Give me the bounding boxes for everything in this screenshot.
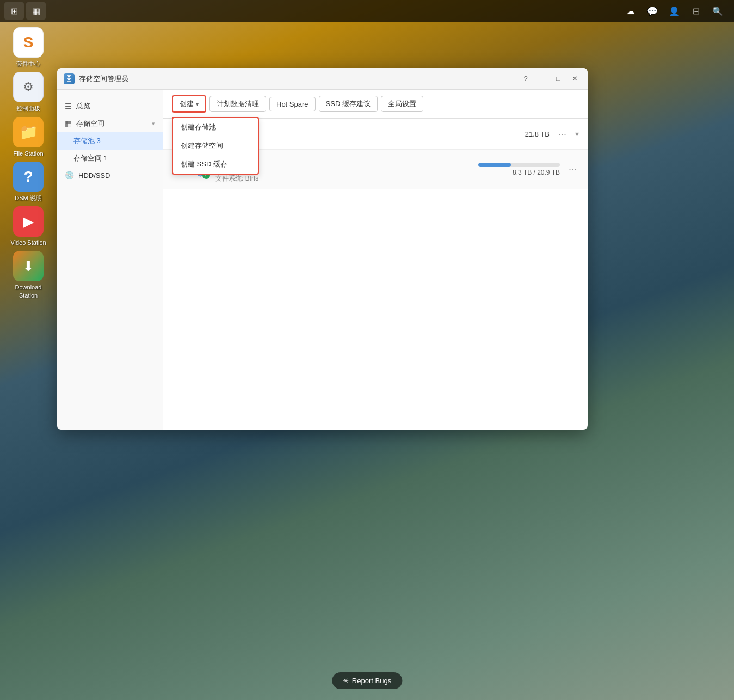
restore-button[interactable]: □ xyxy=(552,72,565,85)
create-button[interactable]: 创建 ▾ xyxy=(172,95,206,113)
taskbar-left: ⊞ ▦ xyxy=(0,2,46,20)
pool-expand-button[interactable]: ▾ xyxy=(575,129,579,138)
dropdown-item-create-pool[interactable]: 创建存储池 xyxy=(173,118,258,137)
window-body: ☰ 总览 ▦ 存储空间 ▾ 存储池 3 存储空间 1 💿 HDD/SSD xyxy=(57,90,588,430)
window-list-button[interactable]: ▦ xyxy=(26,2,46,20)
pool-size: 21.8 TB xyxy=(495,130,550,138)
hdd-ssd-label: HDD/SSD xyxy=(78,171,110,179)
taskbar-top: ⊞ ▦ ☁ 💬 👤 ⊟ 🔍 xyxy=(0,0,734,22)
file-station-icon: 📁 xyxy=(13,117,44,147)
video-station-label: Video Station xyxy=(10,239,46,246)
usage-bar xyxy=(478,163,560,167)
grid-icon: ⊞ xyxy=(11,6,18,16)
storage-icon: 🗄 xyxy=(66,75,72,83)
desktop-icon-dsm-help[interactable]: ? DSM 说明 xyxy=(7,162,50,202)
sidebar-item-overview[interactable]: ☰ 总览 xyxy=(57,97,163,115)
schedule-label: 计划数据清理 xyxy=(217,99,259,109)
global-settings-label: 全局设置 xyxy=(388,99,416,109)
schedule-button[interactable]: 计划数据清理 xyxy=(209,96,266,112)
cloud-icon: ☁ xyxy=(626,6,635,16)
windows-list-icon: ⊟ xyxy=(693,6,700,16)
desktop-icons: S 套件中心 ⚙ 控制面板 📁 File Station ? DSM 说明 ▶ … xyxy=(7,27,50,299)
apps-button[interactable]: ⊞ xyxy=(4,2,24,20)
chat-icon-btn[interactable]: 💬 xyxy=(643,2,662,20)
hot-spare-button[interactable]: Hot Spare xyxy=(269,97,316,111)
chevron-down-icon: ▾ xyxy=(152,120,155,127)
dropdown-item-create-space[interactable]: 创建存储空间 xyxy=(173,137,258,155)
desktop-icon-file-station[interactable]: 📁 File Station xyxy=(7,117,50,157)
create-label: 创建 xyxy=(180,99,194,109)
desktop-icon-control-panel[interactable]: ⚙ 控制面板 xyxy=(7,72,50,112)
windows-icon: ▦ xyxy=(32,6,40,16)
window-controls: ? — □ ✕ xyxy=(519,72,581,85)
dropdown-arrow-icon: ▾ xyxy=(196,101,199,107)
create-dropdown-menu: 创建存储池 创建存储空间 创建 SSD 缓存 xyxy=(172,117,259,175)
toolbar: 创建 ▾ 计划数据清理 Hot Spare SSD 缓存建议 全局设置 xyxy=(163,90,588,119)
user-icon-btn[interactable]: 👤 xyxy=(664,2,684,20)
download-station-label: Download Station xyxy=(7,283,50,299)
desktop-icon-pkg-center[interactable]: S 套件中心 xyxy=(7,27,50,67)
sidebar-item-storage-pool-3[interactable]: 存储池 3 xyxy=(57,132,163,150)
report-bugs-label: Report Bugs xyxy=(352,677,391,685)
overview-label: 总览 xyxy=(76,101,90,111)
minimize-button[interactable]: — xyxy=(535,72,548,85)
windows-taskbar-btn[interactable]: ⊟ xyxy=(686,2,706,20)
window-title-icon: 🗄 xyxy=(64,73,75,84)
overview-icon: ☰ xyxy=(65,102,72,110)
search-icon: 🔍 xyxy=(712,6,723,16)
sidebar-item-hdd-ssd[interactable]: 💿 HDD/SSD xyxy=(57,167,163,183)
storage-space-group-label: 存储空间 xyxy=(76,119,104,128)
window-title: 存储空间管理员 xyxy=(79,74,515,84)
storage-space-icon: ▦ xyxy=(65,119,72,128)
sidebar: ☰ 总览 ▦ 存储空间 ▾ 存储池 3 存储空间 1 💿 HDD/SSD xyxy=(57,90,163,430)
global-settings-button[interactable]: 全局设置 xyxy=(381,96,423,112)
file-station-label: File Station xyxy=(13,150,43,157)
sidebar-item-storage-space-group[interactable]: ▦ 存储空间 ▾ xyxy=(57,115,163,132)
pkg-center-icon: S xyxy=(13,27,44,58)
storage-space-1-label: 存储空间 1 xyxy=(73,153,108,163)
close-button[interactable]: ✕ xyxy=(568,72,581,85)
cloud-icon-btn[interactable]: ☁ xyxy=(621,2,640,20)
bug-icon: ✳ xyxy=(343,677,349,685)
control-panel-icon: ⚙ xyxy=(13,72,44,102)
volume-bar-area: 8.3 TB / 20.9 TB xyxy=(451,163,560,176)
search-icon-btn[interactable]: 🔍 xyxy=(708,2,727,20)
hdd-icon: 💿 xyxy=(65,171,74,179)
pkg-center-label: 套件中心 xyxy=(16,60,40,67)
storage-pool-3-label: 存储池 3 xyxy=(73,136,101,146)
main-content: 创建 ▾ 计划数据清理 Hot Spare SSD 缓存建议 全局设置 xyxy=(163,90,588,430)
ssd-cache-button[interactable]: SSD 缓存建议 xyxy=(319,96,378,112)
hot-spare-label: Hot Spare xyxy=(276,100,309,108)
taskbar-right: ☁ 💬 👤 ⊟ 🔍 xyxy=(621,2,734,20)
dropdown-item-create-ssd[interactable]: 创建 SSD 缓存 xyxy=(173,155,258,174)
dsm-help-icon: ? xyxy=(13,162,44,192)
volume-more-button[interactable]: ··· xyxy=(566,164,579,175)
desktop-icon-download-station[interactable]: ⬇ Download Station xyxy=(7,251,50,299)
volume-filesystem: 文件系统: Btrfs xyxy=(215,174,445,183)
storage-manager-window: 🗄 存储空间管理员 ? — □ ✕ ☰ 总览 xyxy=(57,68,588,430)
usage-bar-fill xyxy=(478,163,511,167)
usage-text: 8.3 TB / 20.9 TB xyxy=(451,169,560,176)
control-panel-label: 控制面板 xyxy=(16,104,40,112)
sidebar-item-storage-space-1[interactable]: 存储空间 1 xyxy=(57,150,163,167)
user-icon: 👤 xyxy=(669,6,680,16)
ssd-cache-label: SSD 缓存建议 xyxy=(326,99,371,109)
dsm-help-label: DSM 说明 xyxy=(15,194,42,202)
download-station-icon: ⬇ xyxy=(13,251,44,281)
pool-more-button[interactable]: ··· xyxy=(556,128,569,140)
chat-icon: 💬 xyxy=(647,6,658,16)
video-station-icon: ▶ xyxy=(13,206,44,237)
help-button[interactable]: ? xyxy=(519,72,532,85)
window-titlebar: 🗄 存储空间管理员 ? — □ ✕ xyxy=(57,68,588,90)
report-bugs-button[interactable]: ✳ Report Bugs xyxy=(332,672,402,689)
sidebar-section: ☰ 总览 ▦ 存储空间 ▾ 存储池 3 存储空间 1 💿 HDD/SSD xyxy=(57,95,163,185)
desktop-icon-video-station[interactable]: ▶ Video Station xyxy=(7,206,50,246)
